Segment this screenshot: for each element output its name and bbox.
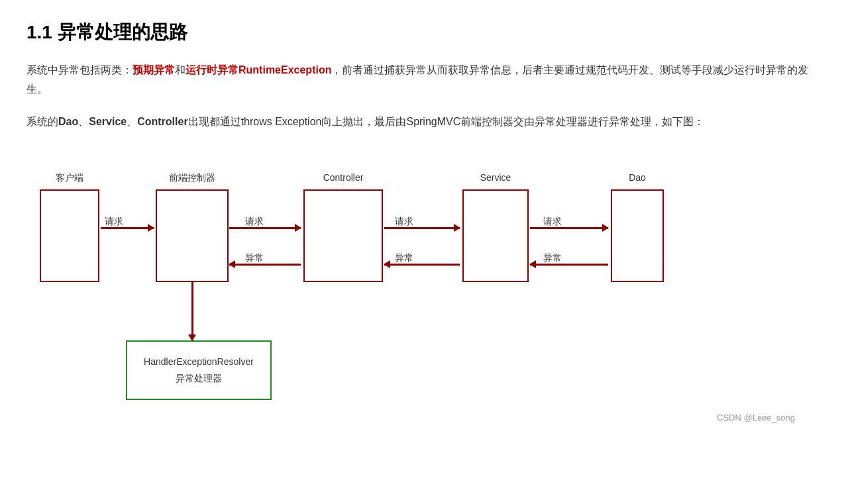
arrow-req2	[229, 227, 301, 229]
arrow-req3	[384, 227, 460, 229]
para1-text1: 系统中异常包括两类：	[26, 64, 132, 76]
watermark: CSDN @Leee_song	[717, 413, 795, 423]
service-label: Service	[462, 172, 529, 183]
arrow-exc3	[530, 264, 608, 266]
paragraph-2: 系统的Dao、Service、Controller出现都通过throws Exc…	[26, 113, 820, 132]
para2-dao: Dao	[58, 116, 78, 127]
paragraph-1: 系统中异常包括两类：预期异常和运行时异常RuntimeException，前者通…	[26, 61, 820, 99]
architecture-diagram: 客户端 前端控制器 Controller Service Dao 请求 请求 请…	[26, 151, 808, 429]
para2-service: Service	[89, 116, 127, 127]
arrow-exc1	[229, 264, 301, 266]
para2-text2: 、	[78, 116, 89, 127]
arrow-label-exc2: 异常	[395, 252, 413, 264]
para1-expected: 预期异常	[132, 64, 175, 76]
arrow-label-exc1: 异常	[245, 252, 264, 264]
front-label: 前端控制器	[156, 172, 229, 184]
para2-text1: 系统的	[26, 116, 58, 127]
handler-box: HandlerExceptionResolver 异常处理器	[126, 340, 272, 400]
arrow-exc2	[384, 264, 460, 266]
para2-text3: 、	[127, 116, 137, 127]
dao-label: Dao	[611, 172, 664, 183]
service-box	[462, 189, 529, 282]
client-label: 客户端	[40, 172, 99, 184]
client-box	[40, 189, 99, 282]
para2-text4: 出现都通过throws Exception向上抛出，最后由SpringMVC前端…	[188, 116, 705, 127]
para2-controller: Controller	[137, 116, 187, 127]
arrow-label-req1: 请求	[105, 216, 123, 228]
arrow-label-req4: 请求	[543, 216, 562, 228]
arrow-req1	[101, 227, 154, 229]
handler-label2: 异常处理器	[176, 370, 222, 387]
para1-text2: 和	[175, 64, 185, 76]
arrow-label-exc3: 异常	[543, 252, 562, 264]
handler-label1: HandlerExceptionResolver	[144, 354, 254, 370]
controller-box	[303, 189, 383, 282]
dao-box	[611, 189, 664, 282]
arrow-label-req2: 请求	[245, 216, 264, 228]
controller-label: Controller	[303, 172, 383, 183]
arrow-req4	[530, 227, 608, 229]
front-controller-box	[156, 189, 229, 282]
para1-runtime: 运行时异常RuntimeException	[185, 64, 331, 76]
arrow-down-handler	[191, 282, 193, 340]
page-title: 1.1 异常处理的思路	[26, 20, 820, 45]
arrow-label-req3: 请求	[395, 216, 413, 228]
